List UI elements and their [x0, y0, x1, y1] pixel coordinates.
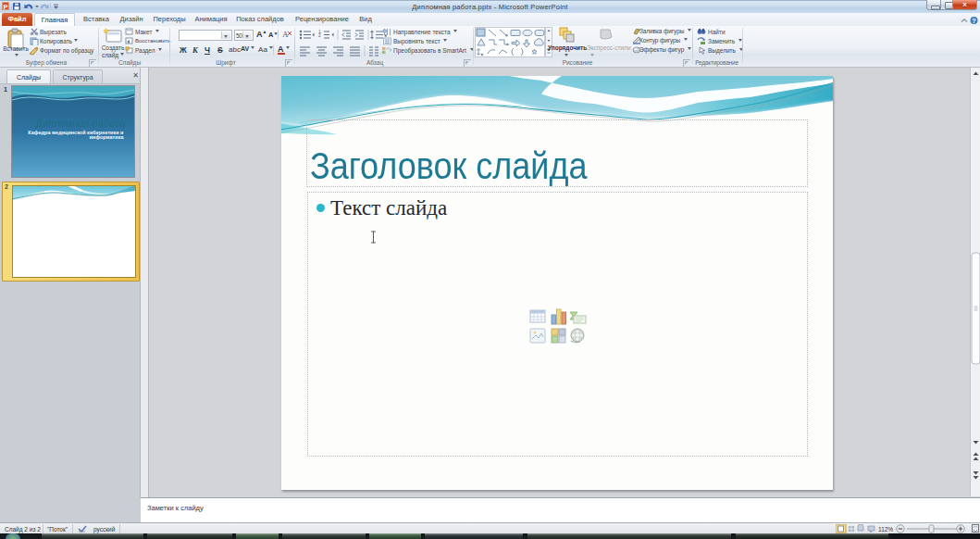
svg-text:A: A — [282, 30, 289, 39]
svg-text:Дипломная работа: Дипломная работа — [36, 118, 126, 129]
svg-text:?: ? — [972, 18, 975, 24]
svg-text:информатика: информатика — [89, 134, 124, 140]
svg-text:2: 2 — [318, 32, 321, 38]
svg-text:P: P — [3, 3, 7, 11]
